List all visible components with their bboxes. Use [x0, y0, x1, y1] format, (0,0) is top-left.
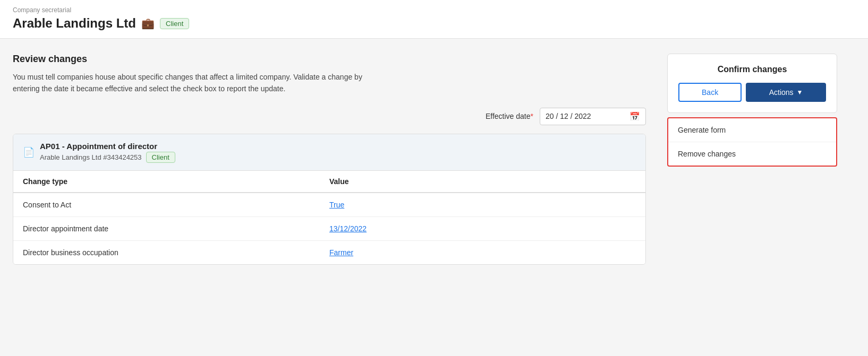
value-occupation[interactable]: Farmer	[329, 248, 636, 257]
card-header: 📄 AP01 - Appointment of director Arable …	[13, 134, 645, 171]
confirm-buttons: Back Actions ▼	[678, 83, 826, 102]
effective-date-label: Effective date*	[486, 112, 533, 120]
calendar-icon[interactable]: 📅	[629, 111, 640, 121]
right-panel: Confirm changes Back Actions ▼ Generate …	[667, 54, 837, 265]
company-header: Arable Landings Ltd 💼 Client	[13, 16, 855, 31]
effective-date-row: Effective date* 20 / 12 / 2022 📅	[13, 108, 646, 125]
breadcrumb: Company secretarial	[13, 6, 855, 14]
actions-button[interactable]: Actions ▼	[746, 83, 826, 102]
col-header-change-type: Change type	[23, 177, 329, 186]
col-header-value: Value	[329, 177, 636, 186]
changes-table: Change type Value Consent to Act True Di…	[13, 171, 645, 264]
table-row: Director business occupation Farmer	[13, 241, 645, 264]
confirm-title: Confirm changes	[678, 65, 826, 74]
change-type-consent: Consent to Act	[23, 201, 329, 209]
table-header-row: Change type Value	[13, 171, 645, 193]
date-input[interactable]: 20 / 12 / 2022 📅	[540, 108, 646, 125]
actions-label: Actions	[769, 88, 794, 97]
company-title: Arable Landings Ltd	[13, 16, 136, 31]
page-description: You must tell companies house about spec…	[13, 71, 374, 95]
value-director-date[interactable]: 13/12/2022	[329, 224, 636, 233]
change-type-director-date: Director appointment date	[23, 224, 329, 233]
table-row: Director appointment date 13/12/2022	[13, 217, 645, 241]
value-consent[interactable]: True	[329, 201, 636, 209]
actions-dropdown: Generate form Remove changes	[667, 117, 837, 167]
company-client-badge: Client	[160, 18, 189, 29]
changes-card: 📄 AP01 - Appointment of director Arable …	[13, 134, 646, 265]
card-subtitle: Arable Landings Ltd #343424253 Client	[40, 152, 175, 163]
chevron-down-icon: ▼	[797, 89, 803, 96]
card-client-badge: Client	[146, 152, 175, 163]
left-panel: Review changes You must tell companies h…	[13, 54, 667, 265]
table-row: Consent to Act True	[13, 193, 645, 217]
remove-changes-item[interactable]: Remove changes	[668, 142, 836, 166]
card-subtitle-text: Arable Landings Ltd #343424253	[40, 153, 142, 161]
date-value: 20 / 12 / 2022	[546, 112, 591, 120]
card-title: AP01 - Appointment of director	[40, 142, 175, 151]
generate-form-item[interactable]: Generate form	[668, 118, 836, 142]
required-star: *	[531, 112, 533, 120]
confirm-box: Confirm changes Back Actions ▼	[667, 54, 837, 113]
change-type-occupation: Director business occupation	[23, 248, 329, 257]
briefcase-icon: 💼	[141, 17, 155, 30]
back-button[interactable]: Back	[678, 83, 742, 102]
document-icon: 📄	[23, 146, 35, 158]
card-header-inner: AP01 - Appointment of director Arable La…	[40, 142, 175, 163]
section-title: Review changes	[13, 54, 646, 65]
